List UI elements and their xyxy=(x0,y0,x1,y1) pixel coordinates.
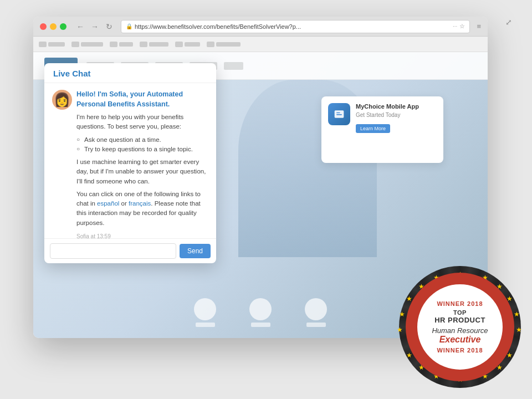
lock-icon: 🔒 xyxy=(126,23,132,29)
bookmark-item[interactable] xyxy=(207,42,241,47)
chat-messages: Hello! I'm Sofia, your Automated Persona… xyxy=(44,83,216,238)
resize-handle[interactable]: ⤢ xyxy=(505,18,512,27)
badge-winner-top: WINNER 2018 xyxy=(437,300,483,307)
bot-ml-text: I use machine learning to get smarter ev… xyxy=(76,157,208,186)
badge-outer-ring: ★ ★ ★ ★ ★ ★ ★ ★ ★ ★ ★ ★ ★ ★ ★ ★ ★ ★ WINN… xyxy=(399,266,521,388)
bg-card-btn[interactable]: Learn More xyxy=(356,124,390,133)
more-icon: ··· xyxy=(453,23,457,29)
bot-tip-1: Ask one question at a time. xyxy=(76,135,208,145)
bg-bottom-item xyxy=(249,298,272,327)
bookmark-item[interactable] xyxy=(175,42,200,47)
bot-message-content: Hello! I'm Sofia, your Automated Persona… xyxy=(76,90,208,228)
refresh-button[interactable]: ↻ xyxy=(104,22,114,32)
title-bar: ← → ↻ 🔒 https://www.benefitsolver.com/be… xyxy=(33,17,488,37)
badge-red-ring: WINNER 2018 TOP HR PRODUCT Human Resourc… xyxy=(406,273,514,381)
bot-avatar xyxy=(52,90,72,110)
chat-title: Live Chat xyxy=(53,69,207,78)
bookmark-item[interactable] xyxy=(140,42,168,47)
bot-message-group: Hello! I'm Sofia, your Automated Persona… xyxy=(52,90,208,228)
francais-link[interactable]: français xyxy=(129,200,151,207)
badge-brand-exec: Executive xyxy=(432,335,488,345)
minimize-button[interactable] xyxy=(50,23,57,30)
chat-input[interactable] xyxy=(50,243,176,259)
url-text: https://www.benefitsolver.com/benefits/B… xyxy=(135,23,451,30)
menu-icon[interactable]: ≡ xyxy=(477,22,481,30)
bot-greeting: Hello! I'm Sofia, your Automated Persona… xyxy=(76,90,208,109)
badge-winner-bottom: WINNER 2018 xyxy=(437,347,483,354)
badge-brand: Human Resource Executive xyxy=(432,326,488,345)
address-bar[interactable]: 🔒 https://www.benefitsolver.com/benefits… xyxy=(121,20,470,33)
bg-bottom-item xyxy=(194,298,216,327)
svg-rect-2 xyxy=(336,114,342,115)
send-button[interactable]: Send xyxy=(180,244,211,258)
toolbar-icons: ≡ xyxy=(477,22,481,30)
bookmark-item[interactable] xyxy=(39,42,65,47)
star-icon[interactable]: ☆ xyxy=(459,23,465,30)
bg-card-text: MyChoice Mobile App Get Started Today Le… xyxy=(356,103,437,156)
espanol-link[interactable]: español xyxy=(97,200,119,207)
svg-rect-1 xyxy=(336,112,340,114)
bg-card-title: MyChoice Mobile App xyxy=(356,103,437,110)
bot-bubble: Hello! I'm Sofia, your Automated Persona… xyxy=(76,90,208,228)
links-middle: or xyxy=(119,200,129,207)
bookmark-bar xyxy=(33,37,488,52)
back-button[interactable]: ← xyxy=(75,22,85,32)
bot-tips-list: Ask one question at a time. Try to keep … xyxy=(76,135,208,155)
badge-inner: WINNER 2018 TOP HR PRODUCT Human Resourc… xyxy=(416,283,504,371)
message-time: Sofia at 13:59 xyxy=(52,233,208,238)
bg-card-sub: Get Started Today xyxy=(356,112,437,118)
maximize-button[interactable] xyxy=(60,23,66,30)
forward-button[interactable]: → xyxy=(90,22,100,32)
award-badge: ★ ★ ★ ★ ★ ★ ★ ★ ★ ★ ★ ★ ★ ★ ★ ★ ★ ★ WINN… xyxy=(399,266,521,388)
bot-intro-text: I'm here to help you with your benefits … xyxy=(76,112,208,132)
chat-header: Live Chat xyxy=(44,63,216,83)
chat-input-area: Send xyxy=(44,238,216,263)
badge-product-label: HR PRODUCT xyxy=(434,316,485,324)
bookmark-item[interactable] xyxy=(71,42,103,47)
bg-card: MyChoice Mobile App Get Started Today Le… xyxy=(321,96,443,163)
bot-tip-2: Try to keep questions to a single topic. xyxy=(76,145,208,154)
bg-bottom-item xyxy=(305,298,327,327)
chat-widget: Live Chat Hello! I'm Sofia, your Automat… xyxy=(44,63,216,263)
bg-card-icon xyxy=(328,103,350,125)
bot-links-text: You can click on one of the following li… xyxy=(76,190,208,228)
traffic-lights xyxy=(40,23,66,30)
bookmark-item[interactable] xyxy=(110,42,133,47)
badge-top-label: TOP xyxy=(453,309,467,316)
bot-avatar-container xyxy=(52,90,72,228)
badge-brand-human: Human Resource xyxy=(432,326,488,335)
close-button[interactable] xyxy=(40,23,47,30)
